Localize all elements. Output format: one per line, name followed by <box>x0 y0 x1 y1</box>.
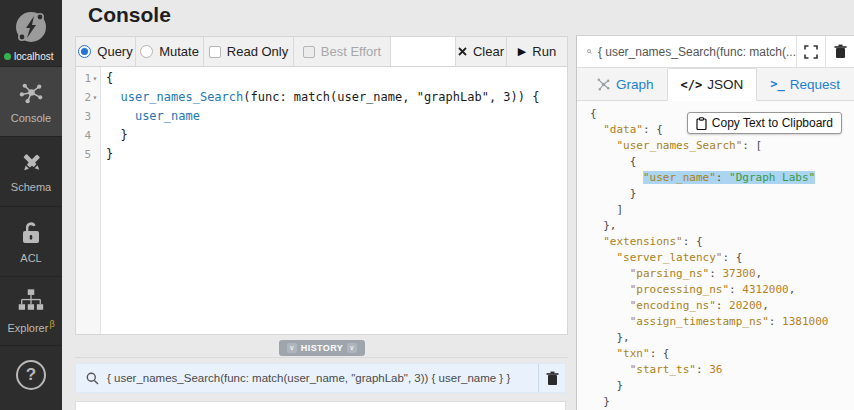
history-item-partial[interactable] <box>75 401 566 410</box>
json-line: "encoding_ns": 20200, <box>590 298 854 314</box>
sidebar-nav: Console Schema ACL <box>0 66 62 346</box>
json-line: "processing_ns": 4312000, <box>590 282 854 298</box>
sidebar-item-acl[interactable]: ACL <box>0 206 62 276</box>
schema-pencils-icon <box>19 150 44 175</box>
fold-arrow-icon <box>91 145 99 164</box>
fold-arrow-icon[interactable]: ▾ <box>91 88 99 107</box>
clipboard-icon <box>696 117 707 130</box>
line-number: 1▾ <box>76 69 101 88</box>
history-delete-button[interactable] <box>538 364 565 392</box>
fold-arrow-icon[interactable]: ▾ <box>91 69 99 88</box>
chevron-down-icon: ∨ <box>347 343 357 353</box>
result-panel: { user_names_Search(func: match(... <box>576 35 854 410</box>
query-toolbar: Query Mutate Read Only Best Effort Clear… <box>76 37 567 67</box>
sidebar-item-label: Schema <box>11 181 51 193</box>
query-panel: Query Mutate Read Only Best Effort Clear… <box>75 36 568 335</box>
tab-graph[interactable]: Graph <box>583 68 667 100</box>
toolbar-spacer <box>391 37 456 66</box>
clear-label: Clear <box>473 44 504 59</box>
result-query-bar: { user_names_Search(func: match(... <box>577 36 854 68</box>
tab-graph-label: Graph <box>616 77 654 92</box>
json-view: { "data": { "user_names_Search": [ { "us… <box>577 101 854 410</box>
history-toggle-label: HISTORY <box>301 343 343 353</box>
query-editor[interactable]: 1▾{2▾ user_names_Search(func: match(user… <box>76 67 567 334</box>
mutate-radio-label: Mutate <box>159 44 199 59</box>
clear-x-icon <box>458 47 467 56</box>
fullscreen-button[interactable] <box>796 36 825 67</box>
code-line: 4 } <box>76 126 567 145</box>
json-line: "txn": { <box>590 346 854 362</box>
result-query-text: { user_names_Search(func: match(... <box>598 45 796 59</box>
query-radio-label: Query <box>97 44 132 59</box>
history-item[interactable]: { user_names_Search(func: match(user_nam… <box>75 363 566 393</box>
trash-icon <box>834 44 847 59</box>
query-radio[interactable]: Query <box>76 37 136 66</box>
server-label: localhost <box>14 51 53 62</box>
json-line: ] <box>590 202 854 218</box>
checkbox-icon <box>303 46 315 58</box>
fullscreen-icon <box>804 45 818 59</box>
json-line: } <box>590 186 854 202</box>
json-line: "extensions": { <box>590 234 854 250</box>
page-title: Console <box>88 3 171 27</box>
tab-request-label: Request <box>790 77 840 92</box>
beta-badge: β <box>49 319 54 329</box>
acl-lock-icon <box>19 220 43 246</box>
run-button[interactable]: ▶ Run <box>507 37 567 66</box>
history-toggle[interactable]: ∨ HISTORY ∨ <box>279 340 365 356</box>
history-divider <box>75 357 568 358</box>
console-graph-icon <box>18 79 45 106</box>
search-icon <box>86 372 99 385</box>
tab-json[interactable]: </> JSON <box>667 68 758 101</box>
result-tabs: Graph </> JSON >_ Request <box>577 68 854 101</box>
json-line: }, <box>590 218 854 234</box>
line-number: 3 <box>76 107 101 126</box>
read-only-checkbox[interactable]: Read Only <box>204 37 294 66</box>
code-brackets-icon: </> <box>681 78 703 92</box>
json-line: { <box>590 154 854 170</box>
code-line: 5 } <box>76 145 567 164</box>
explorer-tree-icon <box>18 288 44 313</box>
radio-checked-icon <box>78 45 91 58</box>
help-icon: ? <box>16 360 46 390</box>
code-line: 1▾{ <box>76 69 567 88</box>
tab-request[interactable]: >_ Request <box>757 68 853 100</box>
result-query-display[interactable]: { user_names_Search(func: match(... <box>577 36 796 67</box>
clear-result-button[interactable] <box>825 36 854 67</box>
json-line: }, <box>590 330 854 346</box>
dgraph-logo-icon <box>11 7 51 47</box>
trash-icon <box>546 371 559 386</box>
search-icon <box>587 45 592 58</box>
json-line: "start_ts": 36 <box>590 362 854 378</box>
history-query-text: { user_names_Search(func: match(user_nam… <box>107 372 538 384</box>
terminal-prompt-icon: >_ <box>770 77 784 91</box>
radio-unchecked-icon <box>140 45 153 58</box>
tab-json-label: JSON <box>707 77 743 92</box>
code-line: 2▾ user_names_Search(func: match(user_na… <box>76 88 567 107</box>
sidebar-item-label: Console <box>11 112 51 124</box>
run-label: Run <box>532 44 556 59</box>
clear-button[interactable]: Clear <box>456 37 507 66</box>
help-button[interactable]: ? <box>0 360 62 390</box>
dgraph-logo <box>0 0 62 50</box>
chevron-down-icon: ∨ <box>287 343 297 353</box>
checkbox-icon <box>209 46 221 58</box>
best-effort-checkbox[interactable]: Best Effort <box>294 37 391 66</box>
read-only-label: Read Only <box>227 44 288 59</box>
sidebar-item-label: ACL <box>20 252 41 264</box>
line-number: 5 <box>76 145 101 164</box>
server-status[interactable]: localhost <box>4 51 62 62</box>
copy-to-clipboard-button[interactable]: Copy Text to Clipboard <box>687 112 842 134</box>
sidebar-item-console[interactable]: Console <box>0 66 62 136</box>
json-line: } <box>590 378 854 394</box>
mutate-radio[interactable]: Mutate <box>136 37 204 66</box>
line-number: 2▾ <box>76 88 101 107</box>
sidebar-item-explorer[interactable]: Explorerβ <box>0 276 62 346</box>
json-line: "parsing_ns": 37300, <box>590 266 854 282</box>
copy-button-label: Copy Text to Clipboard <box>712 116 833 130</box>
sidebar-item-schema[interactable]: Schema <box>0 136 62 206</box>
json-line: "user_name": "Dgraph Labs" <box>590 170 854 186</box>
code-line: 3 user_name <box>76 107 567 126</box>
json-line: "server_latency": { <box>590 250 854 266</box>
json-line: "user_names_Search": [ <box>590 138 854 154</box>
